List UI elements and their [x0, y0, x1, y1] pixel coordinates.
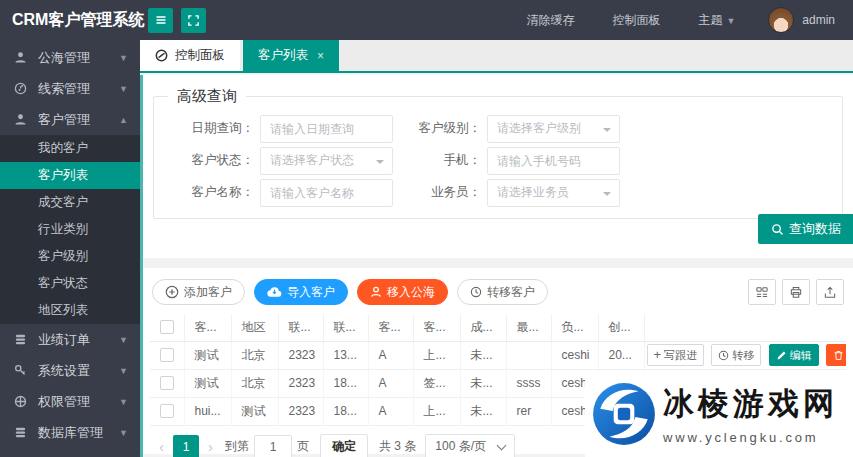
sidebar-subitem-deal-customers[interactable]: 成交客户 [0, 189, 140, 216]
salesman-select[interactable]: 请选择业务员 [487, 179, 620, 207]
sidebar-item-customer-mgmt[interactable]: 客户管理 ▲ [0, 104, 140, 135]
tab-bar: 控制面板 客户列表 × [140, 40, 853, 73]
user-menu[interactable]: admin [802, 13, 841, 27]
next-page-button[interactable]: › [201, 438, 220, 455]
nav-theme-label: 主题 [698, 13, 722, 27]
page-size-select[interactable]: 100 条/页 [425, 434, 515, 457]
print-button[interactable] [782, 279, 810, 305]
column-header: 联... [278, 314, 323, 341]
site-watermark: 冰棱游戏网 www.yclengku.com [585, 371, 853, 457]
sidebar-item-public-sea[interactable]: 公海管理 ▼ [0, 42, 140, 73]
chevron-down-icon [497, 440, 507, 450]
column-header: 客... [184, 314, 231, 341]
sidebar-subitem-region-list[interactable]: 地区列表 [0, 297, 140, 324]
sidebar-item-permission-mgmt[interactable]: 权限管理 ▼ [0, 386, 140, 417]
top-header: CRM客户管理系统 清除缓存 控制面板 主题▼ admin [0, 0, 853, 40]
chevron-down-icon: ▼ [119, 84, 128, 94]
sidebar-subitem-industry-category[interactable]: 行业类别 [0, 216, 140, 243]
customer-level-select[interactable]: 请选择客户级别 [487, 115, 620, 143]
sidebar-subitem-customer-list[interactable]: 客户列表 [0, 162, 140, 189]
customer-icon [14, 113, 29, 126]
console-icon [155, 49, 168, 62]
cell: 2323 [278, 341, 323, 369]
tab-label: 客户列表 [258, 47, 308, 64]
edit-icon [776, 350, 787, 361]
watermark-title: 冰棱游戏网 [663, 383, 838, 425]
column-header: 客... [368, 314, 413, 341]
fullscreen-button[interactable] [181, 8, 206, 33]
export-button[interactable] [816, 279, 844, 305]
nav-control-panel[interactable]: 控制面板 [593, 12, 679, 29]
customer-name-input[interactable] [260, 179, 393, 207]
table-row: 测试 北京 2323 13... A 上... 未... ceshi 20...… [150, 341, 846, 369]
cell: 18... [323, 397, 368, 425]
sidebar-item-label: 公海管理 [38, 49, 90, 67]
plus-circle-icon [165, 285, 179, 299]
edit-button[interactable]: 编辑 [769, 344, 819, 366]
sidebar-item-database-mgmt[interactable]: 数据库管理 ▼ [0, 417, 140, 448]
cell: 2323 [278, 369, 323, 397]
table-header-row: 客... 地区 联... 联... 客... 客... 成... 最... 负.… [150, 314, 846, 341]
write-followup-button[interactable]: +写跟进 [647, 344, 705, 366]
field-label: 客户名称： [154, 184, 254, 201]
field-label: 业务员： [393, 184, 481, 201]
cell: 13... [323, 341, 368, 369]
sidebar-item-label: 业绩订单 [38, 331, 90, 349]
row-checkbox[interactable] [160, 376, 174, 390]
search-data-button[interactable]: 查询数据 [758, 214, 853, 244]
mobile-input[interactable] [487, 147, 620, 175]
confirm-page-button[interactable]: 确定 [320, 434, 368, 457]
collapse-sidebar-button[interactable] [148, 8, 173, 33]
advanced-query-panel: 高级查询 日期查询： 客户级别： 请选择客户级别 客户状态： 请选择客户状态 [143, 75, 853, 258]
cell: 上... [413, 341, 460, 369]
user-icon [370, 286, 382, 298]
delete-button[interactable]: 删除 [826, 344, 846, 366]
current-page-button[interactable]: 1 [173, 435, 199, 457]
table-toolbar: 添加客户 导入客户 移入公海 转移客户 [150, 275, 846, 314]
tab-control-panel[interactable]: 控制面板 [140, 40, 240, 71]
select-all-checkbox[interactable] [160, 320, 174, 334]
field-label: 日期查询： [154, 120, 254, 137]
tab-customer-list[interactable]: 客户列表 × [243, 40, 339, 71]
column-header: 最... [506, 314, 551, 341]
advanced-query-legend: 高级查询 [168, 87, 246, 106]
sidebar-item-performance-orders[interactable]: 业绩订单 ▼ [0, 324, 140, 355]
move-to-public-sea-button[interactable]: 移入公海 [357, 279, 448, 305]
close-icon[interactable]: × [317, 49, 324, 63]
column-header: 地区 [231, 314, 278, 341]
avatar[interactable] [768, 7, 794, 33]
cell: 未... [460, 341, 506, 369]
cell: hui... [184, 397, 231, 425]
chevron-down-icon: ▼ [119, 366, 128, 376]
sidebar-item-system-settings[interactable]: 系统设置 ▼ [0, 355, 140, 386]
prev-page-button[interactable]: ‹ [152, 438, 171, 455]
customer-status-select[interactable]: 请选择客户状态 [260, 147, 393, 175]
plus-icon: + [654, 348, 662, 361]
cloud-import-icon [267, 286, 282, 298]
select-placeholder: 请选择业务员 [497, 184, 569, 201]
cell: 测试 [184, 341, 231, 369]
watermark-logo [591, 381, 657, 447]
cell: 签... [413, 369, 460, 397]
nav-theme[interactable]: 主题▼ [679, 12, 754, 29]
cell: 测试 [184, 369, 231, 397]
sidebar-subitem-customer-level[interactable]: 客户级别 [0, 243, 140, 270]
date-query-input[interactable] [260, 115, 393, 143]
sidebar-subitem-my-customers[interactable]: 我的客户 [0, 135, 140, 162]
import-customer-button[interactable]: 导入客户 [254, 279, 348, 305]
search-icon [771, 223, 784, 236]
transfer-customer-button[interactable]: 转移客户 [457, 279, 548, 305]
sidebar-subitem-customer-status[interactable]: 客户状态 [0, 270, 140, 297]
transfer-button[interactable]: 转移 [711, 344, 761, 366]
row-checkbox[interactable] [160, 348, 174, 362]
orders-icon [14, 333, 29, 346]
row-checkbox[interactable] [160, 404, 174, 418]
nav-clear-cache[interactable]: 清除缓存 [507, 12, 593, 29]
sidebar-item-clue-mgmt[interactable]: 线索管理 ▼ [0, 73, 140, 104]
goto-suffix-label: 页 [297, 438, 309, 455]
cell: A [368, 341, 413, 369]
goto-page-input[interactable] [254, 435, 292, 457]
cell: 2323 [278, 397, 323, 425]
add-customer-button[interactable]: 添加客户 [152, 279, 245, 305]
filter-columns-button[interactable] [748, 279, 776, 305]
